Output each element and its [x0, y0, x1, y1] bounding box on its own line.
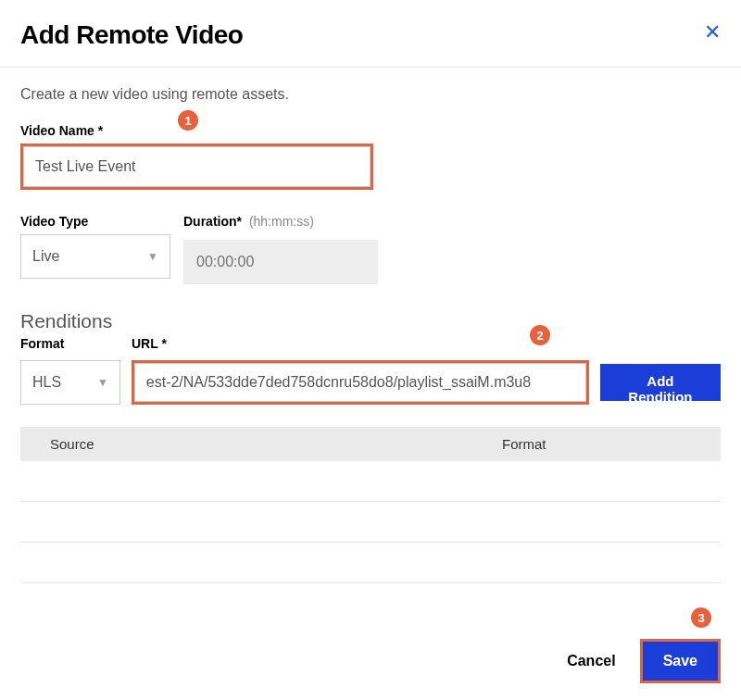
- video-name-label: Video Name *: [20, 123, 721, 138]
- video-type-selected: Live: [32, 248, 147, 265]
- chevron-down-icon: ▼: [147, 250, 158, 263]
- save-button[interactable]: Save: [643, 642, 718, 681]
- table-col-format: Format: [465, 436, 721, 452]
- add-rendition-button[interactable]: Add Rendition: [600, 364, 721, 401]
- table-row: [20, 502, 721, 543]
- table-header: Source Format: [20, 427, 721, 461]
- table-row: [20, 461, 721, 502]
- url-input[interactable]: [134, 363, 586, 402]
- url-label-wrap: URL * 2: [132, 336, 721, 351]
- subtitle: Create a new video using remote assets.: [20, 86, 721, 103]
- modal-body: Create a new video using remote assets. …: [0, 68, 741, 583]
- duration-input[interactable]: [183, 240, 378, 284]
- duration-label-text: Duration*: [183, 214, 242, 229]
- close-icon[interactable]: ✕: [704, 20, 721, 43]
- annotation-3: 3: [691, 607, 711, 628]
- table-col-source: Source: [20, 436, 465, 452]
- video-type-select[interactable]: Live ▼: [20, 234, 170, 279]
- save-highlight: Save: [640, 639, 721, 683]
- modal-footer: Cancel Save: [550, 639, 721, 700]
- url-highlight: [132, 360, 589, 405]
- annotation-1: 1: [178, 110, 198, 131]
- duration-field: Duration* (hh:mm:ss): [183, 214, 378, 284]
- table-row: [20, 543, 721, 583]
- cancel-button[interactable]: Cancel: [550, 642, 632, 681]
- video-type-label: Video Type: [20, 214, 170, 229]
- video-name-input[interactable]: [23, 146, 370, 187]
- renditions-table: Source Format: [20, 427, 721, 583]
- format-label: Format: [20, 336, 120, 351]
- modal-header: Add Remote Video ✕: [0, 0, 741, 68]
- format-selected: HLS: [32, 374, 97, 391]
- chevron-down-icon: ▼: [97, 376, 108, 389]
- url-label: URL *: [132, 336, 167, 351]
- renditions-heading: Renditions: [20, 310, 721, 332]
- duration-hint: (hh:mm:ss): [249, 214, 314, 229]
- duration-label: Duration* (hh:mm:ss): [183, 214, 378, 229]
- video-type-field: Video Type Live ▼: [20, 214, 170, 284]
- video-name-highlight: [20, 144, 373, 190]
- modal-title: Add Remote Video: [20, 20, 243, 50]
- format-select[interactable]: HLS ▼: [20, 360, 120, 405]
- annotation-2: 2: [530, 325, 550, 345]
